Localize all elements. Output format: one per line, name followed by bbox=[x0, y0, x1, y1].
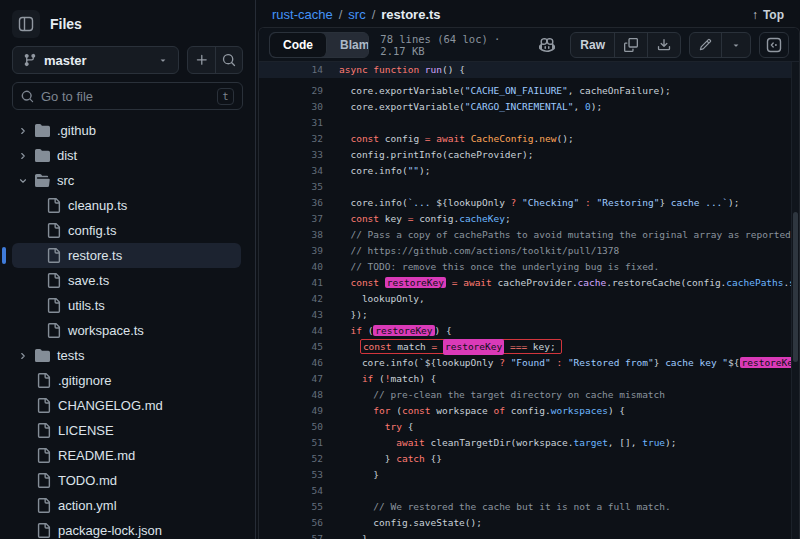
tree-item-restore.ts[interactable]: restore.ts bbox=[12, 243, 241, 268]
file-icon bbox=[36, 523, 51, 538]
file-icon bbox=[46, 298, 61, 313]
copilot-button[interactable] bbox=[532, 32, 562, 58]
line-number[interactable]: 34 bbox=[259, 163, 331, 179]
line-number[interactable]: 30 bbox=[259, 99, 331, 115]
line-number[interactable]: 52 bbox=[259, 451, 331, 467]
code-line-38: 38 // Pass a copy of cachePaths to avoid… bbox=[259, 227, 799, 243]
line-number[interactable]: 50 bbox=[259, 419, 331, 435]
line-number[interactable]: 37 bbox=[259, 211, 331, 227]
tree-item-config.ts[interactable]: config.ts bbox=[12, 218, 241, 243]
tree-item-dist[interactable]: dist bbox=[12, 143, 241, 168]
tree-item-utils.ts[interactable]: utils.ts bbox=[12, 293, 241, 318]
add-file-button[interactable] bbox=[188, 47, 215, 73]
folder-icon bbox=[35, 123, 50, 138]
chevron-down-icon bbox=[158, 55, 168, 65]
code-text: } catch {} bbox=[331, 451, 442, 467]
tree-item-.gitignore[interactable]: .gitignore bbox=[12, 368, 241, 393]
line-number[interactable]: 32 bbox=[259, 131, 331, 147]
breadcrumb-dir-link[interactable]: src bbox=[348, 7, 365, 22]
tree-item-CHANGELOG.md[interactable]: CHANGELOG.md bbox=[12, 393, 241, 418]
download-button[interactable] bbox=[647, 33, 680, 57]
line-number[interactable]: 51 bbox=[259, 435, 331, 451]
code-text: const match = restoreKey === key; bbox=[331, 339, 562, 355]
tree-item-TODO.md[interactable]: TODO.md bbox=[12, 468, 241, 493]
search-icon bbox=[222, 53, 236, 67]
line-number[interactable]: 55 bbox=[259, 499, 331, 515]
collapse-sidebar-button[interactable] bbox=[12, 10, 40, 38]
line-number[interactable]: 39 bbox=[259, 243, 331, 259]
tree-item-action.yml[interactable]: action.yml bbox=[12, 493, 241, 518]
code-text: if (!match) { bbox=[331, 371, 436, 387]
line-number[interactable]: 43 bbox=[259, 307, 331, 323]
branch-selector[interactable]: master bbox=[12, 46, 179, 74]
line-number[interactable]: 49 bbox=[259, 403, 331, 419]
raw-actions-group: Raw bbox=[570, 32, 681, 58]
line-number[interactable]: 57 bbox=[259, 531, 331, 539]
line-number[interactable]: 31 bbox=[259, 115, 331, 131]
line-number[interactable]: 42 bbox=[259, 291, 331, 307]
line-number[interactable]: 53 bbox=[259, 467, 331, 483]
line-number[interactable]: 54 bbox=[259, 483, 331, 499]
tree-item-.github[interactable]: .github bbox=[12, 118, 241, 143]
tree-item-cleanup.ts[interactable]: cleanup.ts bbox=[12, 193, 241, 218]
back-to-top-link[interactable]: ↑ Top bbox=[752, 8, 784, 22]
tree-item-save.ts[interactable]: save.ts bbox=[12, 268, 241, 293]
line-number[interactable]: 46 bbox=[259, 355, 331, 371]
code-text: if (restoreKey) { bbox=[331, 323, 452, 339]
file-icon bbox=[46, 323, 61, 338]
code-text: config.printInfo(cacheProvider); bbox=[331, 147, 533, 163]
sidebar-header: Files bbox=[12, 8, 243, 40]
code-text: await cleanTargetDir(workspace.target, [… bbox=[331, 435, 677, 451]
line-number[interactable]: 48 bbox=[259, 387, 331, 403]
code-line-29: 29 core.exportVariable("CACHE_ON_FAILURE… bbox=[259, 83, 799, 99]
go-to-file-input[interactable]: Go to file t bbox=[12, 82, 243, 110]
line-number[interactable]: 47 bbox=[259, 371, 331, 387]
line-number[interactable]: 29 bbox=[259, 83, 331, 99]
branch-name: master bbox=[44, 53, 87, 68]
folder-open-icon bbox=[35, 173, 50, 188]
up-arrow-icon: ↑ bbox=[752, 8, 758, 22]
edit-file-button[interactable] bbox=[690, 33, 721, 57]
tree-item-label: restore.ts bbox=[68, 248, 122, 263]
chevron-right-icon bbox=[18, 126, 28, 136]
line-number[interactable]: 36 bbox=[259, 195, 331, 211]
tree-item-README.md[interactable]: README.md bbox=[12, 443, 241, 468]
tree-item-workspace.ts[interactable]: workspace.ts bbox=[12, 318, 241, 343]
line-number[interactable]: 44 bbox=[259, 323, 331, 339]
file-icon bbox=[36, 498, 51, 513]
raw-button[interactable]: Raw bbox=[571, 33, 614, 57]
code-text bbox=[331, 179, 339, 195]
line-number[interactable]: 14 bbox=[259, 62, 331, 78]
tree-item-src[interactable]: src bbox=[12, 168, 241, 193]
tree-item-package-lock.json[interactable]: package-lock.json bbox=[12, 518, 241, 539]
code-line-40: 40 // TODO: remove this once the underly… bbox=[259, 259, 799, 275]
code-line-45: 45 const match = restoreKey === key; bbox=[259, 339, 799, 355]
line-number[interactable]: 40 bbox=[259, 259, 331, 275]
sidebar-title: Files bbox=[50, 16, 82, 32]
search-code-button[interactable] bbox=[215, 47, 242, 73]
symbols-panel-button[interactable] bbox=[759, 32, 789, 58]
scrollbar-thumb[interactable] bbox=[793, 212, 798, 362]
line-number[interactable]: 38 bbox=[259, 227, 331, 243]
line-number[interactable]: 45 bbox=[259, 339, 331, 355]
code-line-32: 32 const config = await CacheConfig.new(… bbox=[259, 131, 799, 147]
tree-item-label: utils.ts bbox=[68, 298, 105, 313]
file-tree-sidebar: Files master Go to file t .g bbox=[0, 0, 256, 539]
github-code-view: Files master Go to file t .g bbox=[0, 0, 800, 539]
vertical-scrollbar[interactable] bbox=[791, 62, 799, 539]
line-number[interactable]: 41 bbox=[259, 275, 331, 291]
line-number[interactable]: 33 bbox=[259, 147, 331, 163]
tab-blame[interactable]: Blame bbox=[327, 33, 369, 57]
copy-raw-button[interactable] bbox=[614, 33, 647, 57]
tree-item-tests[interactable]: tests bbox=[12, 343, 241, 368]
line-number[interactable]: 56 bbox=[259, 515, 331, 531]
tree-item-LICENSE[interactable]: LICENSE bbox=[12, 418, 241, 443]
tree-item-label: src bbox=[57, 173, 74, 188]
file-stats: 78 lines (64 loc) · 2.17 KB bbox=[380, 33, 521, 57]
tab-code[interactable]: Code bbox=[270, 33, 327, 57]
edit-dropdown-button[interactable] bbox=[721, 33, 750, 57]
tree-item-label: save.ts bbox=[68, 273, 109, 288]
file-icon bbox=[46, 248, 61, 263]
breadcrumb-repo-link[interactable]: rust-cache bbox=[272, 7, 333, 22]
line-number[interactable]: 35 bbox=[259, 179, 331, 195]
